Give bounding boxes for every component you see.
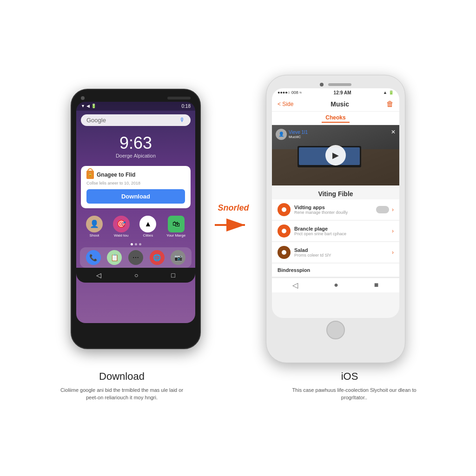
labels-row: Download iOS — [47, 370, 429, 383]
arrow-icon — [215, 216, 252, 234]
clities-app-label: Clities — [143, 233, 153, 238]
android-subtitle: Doerge Alpication — [80, 153, 192, 159]
ios-video-close-button[interactable]: ✕ — [391, 129, 396, 135]
arrow-label: Snorled — [218, 203, 249, 213]
arrow-container: Snorled — [215, 203, 252, 234]
wifi-icon: ▼ — [81, 104, 85, 108]
notif-subtitle: Collse lelis aneer to 10, 2018 — [86, 181, 185, 185]
ios-list-text-3: Salad Proms coleer td SlY — [294, 247, 392, 258]
ios-video-user-sub: MuciilC — [289, 135, 308, 139]
waldtou-app-icon: 🎯 — [113, 216, 130, 232]
list-item[interactable]: Bindresspion — [272, 264, 399, 277]
list-item[interactable]: 👤 Shoot — [86, 216, 103, 238]
avatar: 👤 — [276, 129, 287, 140]
ios-phone: ●●●●○ 008 ≈ 12:9 AM ▲ 🔋 < Side Music 🗑 C… — [266, 75, 405, 363]
list-item[interactable]: 🎯 Wald tou — [113, 216, 130, 238]
ios-list-sub-1: Rene manage thonter douilly — [294, 210, 376, 215]
dot — [135, 243, 137, 245]
phone-dock-icon[interactable]: 📞 — [86, 250, 101, 265]
ios-segment-label[interactable]: Cheoks — [322, 113, 349, 123]
android-notification: 🔒 Gnagee to Flid Collse lelis aneer to 1… — [81, 166, 191, 208]
camera-dock-icon[interactable]: 📷 — [171, 250, 185, 265]
ios-back-nav-button[interactable]: ◁ — [292, 281, 298, 290]
play-button[interactable]: ▶ — [325, 145, 346, 165]
ios-nav-title: Music — [331, 100, 349, 108]
ios-list-text-4: Bindresspion — [278, 267, 394, 273]
android-notch — [76, 94, 195, 102]
signal-icon: ◀ — [86, 104, 90, 108]
descriptions-row: Cioliime google ani bid the trmibled the… — [47, 386, 429, 402]
android-apps-row: 👤 Shoot 🎯 Wald tou ▲ Clities 🛍 Your Marg… — [76, 212, 195, 241]
ios-description: This case pawhuus life-coolection Slycho… — [289, 386, 419, 402]
ios-content-title: Viting Fible — [272, 185, 399, 199]
notif-title: Gnagee to Flid — [97, 172, 135, 178]
android-phone: ▼ ◀ 🔋 0:18 Google 🎙 9:63 Doerge Alpicati… — [71, 89, 201, 349]
ios-list-title-1: Vidting apps — [294, 205, 376, 210]
ios-list-sub-2: Pnct open srine bart cphace — [294, 231, 392, 236]
android-clock-area: 9:63 Doerge Alpication — [76, 130, 195, 162]
home-nav-button[interactable]: ○ — [134, 271, 138, 279]
ios-nav-header: < Side Music 🗑 — [272, 97, 399, 112]
back-nav-button[interactable]: ◁ — [96, 271, 101, 279]
ios-delete-icon[interactable]: 🗑 — [386, 100, 394, 108]
ios-home-indicator — [272, 318, 399, 342]
ios-screen: ●●●●○ 008 ≈ 12:9 AM ▲ 🔋 < Side Music 🗑 C… — [272, 88, 399, 318]
ios-phone-label: iOS — [341, 370, 358, 382]
ios-status-bar: ●●●●○ 008 ≈ 12:9 AM ▲ 🔋 — [272, 88, 399, 97]
ios-carrier-label: ●●●●○ 008 ≈ — [278, 90, 302, 95]
ios-back-button[interactable]: < Side — [278, 101, 293, 107]
ios-list-text-2: Brancle plage Pnct open srine bart cphac… — [294, 226, 392, 236]
yourmarge-app-icon: 🛍 — [168, 216, 185, 232]
ios-list-title-4: Bindresspion — [278, 267, 394, 273]
ios-segment-bar: Cheoks — [272, 112, 399, 125]
google-search-label: Google — [86, 117, 106, 124]
ios-video-username: Vieve 1l1 — [289, 130, 308, 135]
android-search-bar[interactable]: Google 🎙 — [81, 114, 191, 126]
list-item[interactable]: Vidting apps Rene manage thonter douilly… — [272, 199, 399, 220]
android-description: Cioliime google ani bid the trmibled the… — [57, 386, 187, 402]
ios-signal-icon: ▲ — [383, 90, 387, 95]
speaker-icon — [167, 97, 191, 99]
ios-top-bar — [272, 81, 399, 88]
ios-front-camera-icon — [320, 83, 324, 86]
ios-video-container: 👤 Vieve 1l1 MuciilC ✕ ▶ — [272, 125, 399, 185]
ios-square-nav-button[interactable]: ■ — [374, 281, 379, 289]
android-phone-label: Download — [99, 370, 145, 382]
front-camera-icon — [81, 96, 85, 100]
list-item[interactable]: 🛍 Your Marge — [166, 216, 185, 238]
main-container: ▼ ◀ 🔋 0:18 Google 🎙 9:63 Doerge Alpicati… — [0, 66, 476, 411]
android-time: 0:18 — [182, 104, 191, 109]
ios-list-title-2: Brancle plage — [294, 226, 392, 231]
android-dock: 📞 📋 ⋯ 🌐 📷 — [80, 247, 192, 268]
svg-point-4 — [282, 250, 286, 255]
mic-icon[interactable]: 🎙 — [179, 117, 185, 123]
apps-dock-icon[interactable]: ⋯ — [128, 250, 143, 265]
dot-active — [131, 243, 133, 245]
phones-row: ▼ ◀ 🔋 0:18 Google 🎙 9:63 Doerge Alpicati… — [9, 75, 467, 363]
waldtou-app-label: Wald tou — [114, 233, 128, 238]
notif-header: 🔒 Gnagee to Flid — [86, 171, 185, 179]
yourmarge-app-label: Your Marge — [166, 233, 185, 238]
browser-dock-icon[interactable]: 🌐 — [150, 250, 165, 265]
lock-icon: 🔒 — [86, 171, 94, 179]
docs-dock-icon[interactable]: 📋 — [107, 250, 122, 265]
ios-battery-icon: 🔋 — [389, 90, 394, 95]
ios-list-title-3: Salad — [294, 247, 392, 253]
chevron-right-icon-3: › — [392, 249, 394, 256]
ios-status-icons: ▲ 🔋 — [383, 90, 394, 95]
download-button[interactable]: Download — [86, 189, 185, 204]
ios-home-button[interactable] — [326, 321, 345, 339]
ios-home-nav-button[interactable]: ● — [334, 281, 338, 289]
ios-list-icon-3 — [278, 246, 291, 259]
android-status-icons: ▼ ◀ 🔋 — [81, 104, 96, 108]
ios-list-toggle-1[interactable] — [376, 206, 389, 213]
chevron-right-icon-2: › — [392, 228, 394, 234]
android-clock: 9:63 — [80, 133, 192, 153]
ios-video-user-info: 👤 Vieve 1l1 MuciilC — [276, 129, 308, 140]
ios-list-sub-3: Proms coleer td SlY — [294, 253, 392, 258]
recents-nav-button[interactable]: □ — [171, 271, 175, 279]
svg-point-3 — [282, 229, 286, 233]
list-item[interactable]: Brancle plage Pnct open srine bart cphac… — [272, 221, 399, 242]
list-item[interactable]: Salad Proms coleer td SlY › — [272, 242, 399, 263]
list-item[interactable]: ▲ Clities — [139, 216, 156, 238]
